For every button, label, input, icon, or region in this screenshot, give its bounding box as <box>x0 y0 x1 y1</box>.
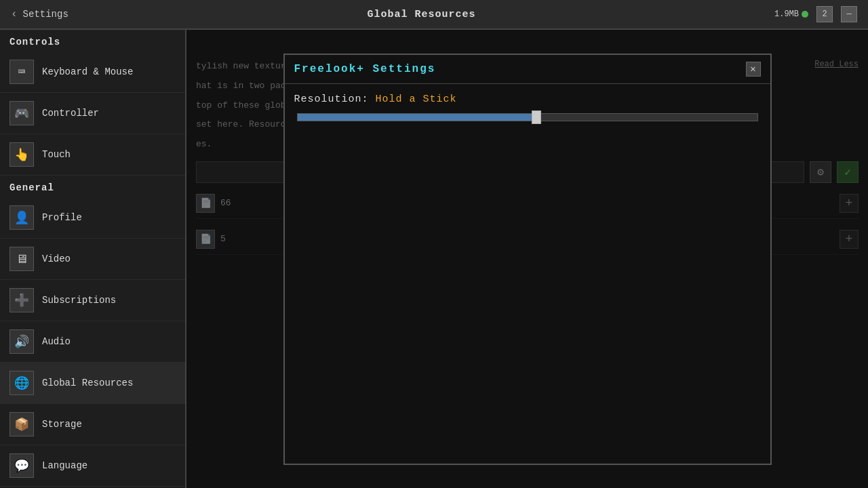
resolution-text: Resolution: <box>294 94 369 105</box>
sidebar-item-touch[interactable]: 👆 Touch <box>0 134 185 176</box>
profile-label: Profile <box>42 212 82 223</box>
modal-title: Freelook+ Settings <box>294 63 436 75</box>
sidebar-item-language[interactable]: 💬 Language <box>0 445 185 487</box>
top-bar: ‹ Settings Global Resources 1.9MB 2 — <box>0 0 868 30</box>
modal-body: Resolution: Hold a Stick <box>285 84 770 464</box>
top-bar-left: ‹ Settings <box>11 8 68 20</box>
right-panel: Read Less tylish new textures! hat is in… <box>186 30 868 488</box>
language-label: Language <box>42 460 87 471</box>
audio-icon: 🔊 <box>9 329 34 354</box>
touch-icon: 👆 <box>9 142 34 167</box>
global-resources-icon: 🌐 <box>9 371 34 395</box>
storage-label: Storage <box>42 419 82 430</box>
sidebar-item-profile[interactable]: 👤 Profile <box>0 197 185 239</box>
back-chevron: ‹ <box>11 8 18 20</box>
video-label: Video <box>42 253 71 264</box>
sidebar-item-subscriptions[interactable]: ➕ Subscriptions <box>0 280 185 321</box>
slider-thumb[interactable] <box>532 110 541 124</box>
subscriptions-icon: ➕ <box>9 288 34 312</box>
minimize-icon: — <box>846 9 851 19</box>
sidebar-item-controller[interactable]: 🎮 Controller <box>0 93 185 134</box>
storage-icon: 📦 <box>9 412 34 436</box>
resolution-value: Hold a Stick <box>376 94 457 105</box>
language-icon: 💬 <box>9 453 34 478</box>
touch-label: Touch <box>42 149 71 160</box>
modal-close-icon: ✕ <box>750 63 755 75</box>
freelook-modal: Freelook+ Settings ✕ Resolution: Hold a … <box>283 54 772 465</box>
slider-fill <box>298 114 537 121</box>
icon-num-value: 2 <box>822 9 827 19</box>
sidebar-item-audio[interactable]: 🔊 Audio <box>0 321 185 363</box>
sidebar-item-storage[interactable]: 📦 Storage <box>0 404 185 445</box>
memory-value: 1.9MB <box>774 9 799 19</box>
modal-overlay: Freelook+ Settings ✕ Resolution: Hold a … <box>186 30 868 488</box>
controller-icon: 🎮 <box>9 101 34 125</box>
subscriptions-label: Subscriptions <box>42 295 116 306</box>
memory-dot <box>802 11 808 18</box>
profile-icon: 👤 <box>9 205 34 230</box>
memory-badge: 1.9MB <box>774 9 808 19</box>
back-label[interactable]: Settings <box>23 9 68 20</box>
controller-label: Controller <box>42 108 99 119</box>
sidebar-item-global-resources[interactable]: 🌐 Global Resources <box>0 363 185 404</box>
top-bar-right: 1.9MB 2 — <box>774 6 857 22</box>
resolution-label: Resolution: Hold a Stick <box>294 94 761 105</box>
page-title: Global Resources <box>367 9 475 20</box>
modal-title-bar: Freelook+ Settings ✕ <box>285 55 770 84</box>
icon-num-button[interactable]: 2 <box>816 6 833 22</box>
video-icon: 🖥 <box>9 247 34 271</box>
controls-section-title: Controls <box>0 30 185 52</box>
sidebar-item-video[interactable]: 🖥 Video <box>0 239 185 280</box>
modal-close-button[interactable]: ✕ <box>746 62 761 77</box>
keyboard-mouse-label: Keyboard & Mouse <box>42 66 133 77</box>
keyboard-mouse-icon: ⌨ <box>9 60 34 84</box>
sidebar-item-keyboard-mouse[interactable]: ⌨ Keyboard & Mouse <box>0 52 185 93</box>
sidebar: Controls ⌨ Keyboard & Mouse 🎮 Controller… <box>0 30 186 488</box>
minimize-button[interactable]: — <box>841 6 857 22</box>
slider-container <box>294 113 761 121</box>
general-section-title: General <box>0 176 185 197</box>
global-resources-label: Global Resources <box>42 378 133 388</box>
audio-label: Audio <box>42 336 71 347</box>
slider-track[interactable] <box>297 113 758 121</box>
main-layout: Controls ⌨ Keyboard & Mouse 🎮 Controller… <box>0 30 868 488</box>
